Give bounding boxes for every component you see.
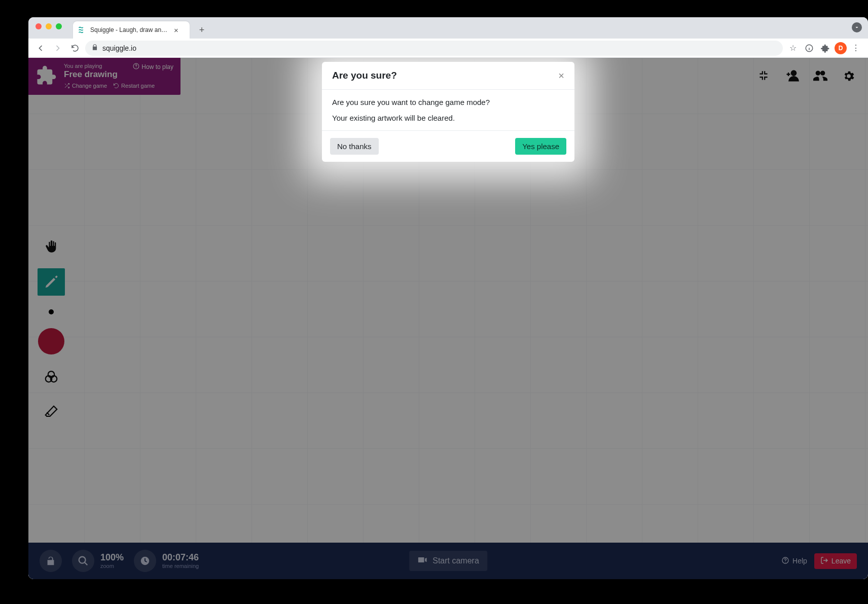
tabstrip-menu-icon[interactable] (852, 22, 862, 32)
forward-button[interactable] (51, 41, 65, 55)
dialog-close-icon[interactable]: × (558, 70, 564, 81)
dialog-title: Are you sure? (332, 70, 397, 81)
browser-toolbar: squiggle.io ☆ D ⋮ (28, 39, 868, 58)
dialog-yes-button[interactable]: Yes please (515, 138, 566, 155)
dialog-no-button[interactable]: No thanks (330, 138, 379, 155)
window-controls (35, 23, 62, 29)
window-minimize-icon[interactable] (46, 23, 52, 29)
browser-tab[interactable]: Squiggle - Laugh, draw and pla × (73, 21, 190, 39)
toolbar-actions: ☆ D ⋮ (786, 41, 863, 55)
confirm-dialog: Are you sure? × Are you sure you want to… (322, 62, 574, 162)
back-button[interactable] (33, 41, 48, 55)
new-tab-button[interactable]: + (195, 23, 209, 37)
browser-window: Squiggle - Laugh, draw and pla × + (28, 17, 868, 579)
profile-avatar[interactable]: D (835, 42, 847, 54)
window-close-icon[interactable] (35, 23, 42, 29)
extensions-icon[interactable] (818, 41, 833, 55)
dialog-text-1: Are you sure you want to change game mod… (332, 98, 564, 106)
favicon-icon (78, 26, 86, 34)
app-viewport: How to play You are playing Free drawing… (28, 58, 868, 579)
tab-close-icon[interactable]: × (173, 26, 179, 34)
address-bar[interactable]: squiggle.io (85, 41, 783, 56)
tab-title: Squiggle - Laugh, draw and pla (90, 26, 169, 33)
browser-menu-icon[interactable]: ⋮ (849, 41, 863, 55)
browser-tabbar: Squiggle - Laugh, draw and pla × + (28, 17, 868, 39)
dialog-text-2: Your existing artwork will be cleared. (332, 114, 564, 122)
lock-icon (91, 44, 98, 52)
reload-button[interactable] (68, 41, 82, 55)
window-maximize-icon[interactable] (56, 23, 62, 29)
url-text: squiggle.io (102, 44, 136, 52)
bookmark-star-icon[interactable]: ☆ (786, 41, 800, 55)
site-info-icon[interactable] (802, 41, 816, 55)
